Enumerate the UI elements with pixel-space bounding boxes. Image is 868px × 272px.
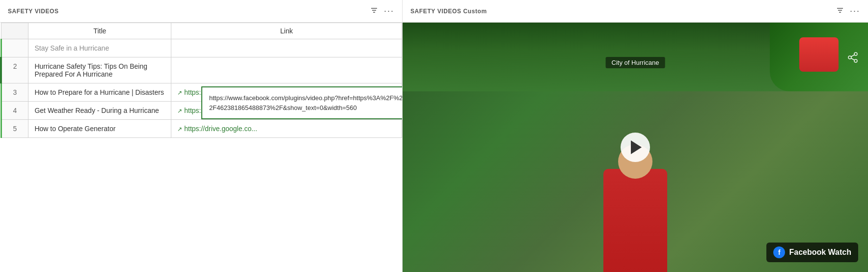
row-title: Stay Safe in a Hurricane	[28, 39, 171, 57]
left-panel: SAFETY VIDEOS ··· Title Link	[0, 0, 403, 272]
red-product	[799, 37, 839, 72]
svg-point-6	[854, 53, 857, 55]
video-background: City of Hurricane	[403, 23, 868, 272]
link-text: https://drive.google.co...	[184, 125, 257, 133]
row-num: 4	[1, 102, 28, 120]
row-num	[1, 39, 28, 57]
table-row: 2 Hurricane Safety Tips: Tips On Being P…	[1, 57, 402, 83]
play-icon	[631, 140, 642, 154]
table-container: Title Link Stay Safe in a Hurricane 2 Hu…	[0, 23, 402, 272]
more-icon-right[interactable]: ···	[850, 6, 860, 16]
left-panel-header: SAFETY VIDEOS ···	[0, 0, 402, 23]
filter-icon-right[interactable]	[836, 6, 844, 16]
svg-line-10	[851, 58, 855, 60]
person-figure	[591, 144, 679, 272]
col-num	[1, 23, 28, 39]
fb-watch-badge: f Facebook Watch	[766, 243, 858, 262]
row-title: Hurricane Safety Tips: Tips On Being Pre…	[28, 57, 171, 83]
external-link-icon: ↗	[177, 108, 182, 114]
person-shirt	[603, 169, 667, 272]
row-link-expanded	[171, 57, 402, 83]
table-row: Stay Safe in a Hurricane	[1, 39, 402, 57]
table-row: 5 How to Operate Generator ↗ https://dri…	[1, 120, 402, 138]
right-panel-title: SAFETY VIDEOS Custom	[410, 8, 830, 15]
share-icon[interactable]	[847, 52, 858, 65]
right-panel: SAFETY VIDEOS Custom ··· City of Hurrica…	[403, 0, 868, 272]
expanded-url-tooltip: https://www.facebook.com/plugins/video.p…	[201, 86, 402, 119]
row-title: Get Weather Ready - During a Hurricane	[28, 102, 171, 120]
facebook-icon: f	[773, 246, 785, 258]
right-panel-header: SAFETY VIDEOS Custom ···	[403, 0, 868, 23]
video-container: City of Hurricane	[403, 23, 868, 272]
row-title: How to Operate Generator	[28, 120, 171, 138]
expanded-url-text: https://www.facebook.com/plugins/video.p…	[209, 94, 402, 111]
row-num: 3	[1, 83, 28, 102]
row-num: 2	[1, 57, 28, 83]
external-link-icon: ↗	[177, 89, 182, 96]
col-title: Title	[28, 23, 171, 39]
svg-point-7	[848, 56, 851, 59]
play-button[interactable]	[621, 133, 650, 162]
left-panel-title: SAFETY VIDEOS	[8, 8, 364, 15]
more-icon-left[interactable]: ···	[384, 6, 394, 16]
city-label: City of Hurricane	[606, 57, 665, 68]
fb-watch-label: Facebook Watch	[789, 248, 851, 257]
svg-line-9	[851, 55, 855, 57]
filter-icon-left[interactable]	[370, 6, 378, 16]
col-link: Link	[171, 23, 402, 39]
row-link: ↗ https://drive.google.co...	[171, 120, 402, 138]
svg-point-8	[854, 59, 857, 62]
row-num: 5	[1, 120, 28, 138]
row-link	[171, 39, 402, 57]
external-link-icon: ↗	[177, 126, 182, 133]
safety-videos-table: Title Link Stay Safe in a Hurricane 2 Hu…	[0, 23, 402, 138]
row-link-anchor[interactable]: ↗ https://drive.google.co...	[177, 125, 396, 133]
row-title: How to Prepare for a Hurricane | Disaste…	[28, 83, 171, 102]
